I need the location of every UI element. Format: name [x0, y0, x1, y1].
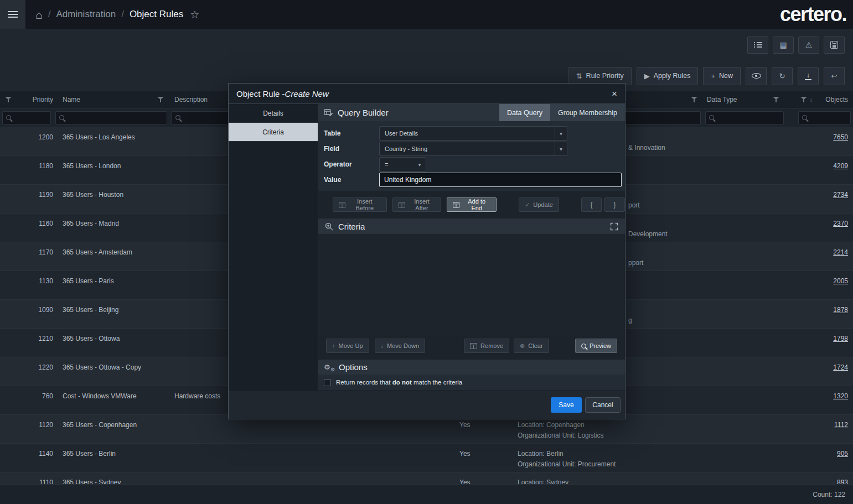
insert-after-button[interactable]: Insert After	[392, 198, 442, 212]
move-up-button[interactable]: ↑ Move Up	[326, 339, 369, 353]
not-match-checkbox[interactable]	[324, 379, 331, 386]
objects-link[interactable]: 1724	[833, 363, 848, 371]
arrow-down-icon: ↓	[381, 342, 384, 349]
criteria-header: Criteria	[318, 219, 625, 234]
row-data-type	[703, 329, 786, 357]
value-input[interactable]	[379, 173, 622, 187]
cancel-button[interactable]: Cancel	[585, 397, 621, 413]
column-header-data-type[interactable]: Data Type	[707, 96, 737, 103]
row-priority: 1120	[17, 415, 53, 443]
table-dropdown-value: User Details	[385, 130, 418, 137]
row-gutter	[0, 185, 17, 213]
save-button[interactable]: Save	[551, 397, 582, 413]
row-priority: 1200	[17, 127, 53, 155]
objects-link[interactable]: 1798	[833, 335, 848, 342]
rule-priority-button[interactable]: ⇅ Rule Priority	[568, 67, 632, 85]
sort-updown-icon: ⇅	[576, 72, 582, 80]
filter-icon[interactable]	[691, 97, 697, 102]
objects-link[interactable]: 905	[837, 450, 848, 458]
row-priority: 1170	[17, 242, 53, 271]
objects-link[interactable]: 2370	[833, 220, 848, 227]
priority-filter[interactable]	[2, 111, 51, 124]
move-up-label: Move Up	[339, 342, 363, 349]
table-dropdown[interactable]: User Details ▾	[379, 126, 567, 141]
favorite-star-icon[interactable]: ☆	[190, 8, 199, 21]
objects-filter[interactable]	[798, 111, 851, 124]
save-icon	[830, 41, 838, 49]
breadcrumb-section[interactable]: Administration	[56, 9, 116, 20]
objects-link[interactable]: 1878	[833, 306, 848, 314]
add-to-end-label: Add to End	[463, 198, 490, 211]
export-button[interactable]: ↓	[798, 67, 819, 85]
home-icon[interactable]: ⌂	[35, 9, 43, 20]
query-builder-actions: Insert Before Insert After Add to End ✓ …	[318, 195, 625, 214]
query-builder-icon	[324, 108, 333, 117]
tab-details[interactable]: Details	[229, 104, 318, 123]
objects-link[interactable]: 2005	[833, 277, 848, 285]
modal-body: Details Criteria Query Builder Data Quer…	[229, 104, 625, 391]
clear-circle-icon: ⊗	[520, 342, 525, 350]
preview-button[interactable]: Preview	[575, 339, 617, 353]
clear-button[interactable]: ⊗ Clear	[514, 339, 549, 353]
grid-view-button[interactable]: ▦	[773, 37, 794, 54]
column-header-priority[interactable]: Priority	[33, 96, 53, 103]
options-title: Options	[339, 362, 368, 372]
objects-link[interactable]: 4209	[833, 162, 848, 170]
filter-input[interactable]	[810, 115, 847, 121]
app-root: ⌂ / Administration / Object Rules ☆ cert…	[0, 0, 853, 504]
table-row[interactable]: 1110365 Users - SydneyYesLocation: Sydne…	[0, 472, 853, 484]
operator-select[interactable]: = ▾	[379, 157, 426, 172]
objects-link[interactable]: 893	[837, 479, 848, 484]
column-header-name[interactable]: Name	[63, 96, 80, 103]
update-button[interactable]: ✓ Update	[519, 198, 559, 212]
tab-data-query[interactable]: Data Query	[499, 104, 550, 121]
row-gutter	[0, 271, 17, 299]
objects-link[interactable]: 1112	[834, 421, 848, 429]
open-brace-button[interactable]: {	[581, 198, 602, 212]
breadcrumb: ⌂ / Administration / Object Rules ☆	[35, 8, 199, 21]
new-button[interactable]: + New	[703, 67, 741, 85]
column-header-objects[interactable]: Objects	[825, 96, 848, 103]
add-to-end-button[interactable]: Add to End	[447, 198, 497, 212]
filter-icon[interactable]	[5, 97, 12, 102]
warning-icon: ⚠	[805, 40, 813, 49]
row-criteria: Location: BerlinOrganizational Unit: Pro…	[513, 444, 703, 472]
breadcrumb-separator: /	[121, 9, 124, 20]
sort-descending-icon[interactable]: ↓	[809, 96, 813, 103]
filter-icon[interactable]	[773, 97, 779, 102]
data-type-filter[interactable]	[705, 111, 784, 124]
expand-icon[interactable]	[610, 222, 618, 231]
filter-icon[interactable]	[157, 97, 164, 102]
list-view-button[interactable]	[747, 37, 768, 54]
filter-input[interactable]	[717, 115, 780, 121]
criteria-list[interactable]	[318, 234, 625, 336]
apply-rules-button[interactable]: ▶ Apply Rules	[637, 67, 699, 85]
objects-link[interactable]: 2734	[833, 191, 848, 199]
objects-link[interactable]: 7650	[833, 133, 848, 141]
undo-button[interactable]: ↩	[824, 67, 845, 85]
alerts-button[interactable]: ⚠	[798, 37, 819, 54]
modal-title: Object Rule -	[236, 89, 285, 98]
name-filter[interactable]	[55, 111, 167, 124]
column-header-description[interactable]: Description	[174, 96, 208, 103]
tab-criteria[interactable]: Criteria	[229, 123, 318, 142]
table-field-label: Table	[324, 129, 379, 137]
field-dropdown[interactable]: Country - String ▾	[379, 142, 567, 156]
remove-button[interactable]: Remove	[464, 339, 509, 353]
save-view-button[interactable]	[824, 37, 845, 54]
tab-group-membership[interactable]: Group Membership	[550, 104, 625, 121]
close-icon[interactable]: ×	[612, 89, 617, 98]
toggle-visibility-button[interactable]	[746, 67, 767, 85]
table-row[interactable]: 1140365 Users - BerlinYesLocation: Berli…	[0, 444, 853, 472]
objects-link[interactable]: 2214	[833, 248, 848, 256]
move-down-button[interactable]: ↓ Move Down	[375, 339, 426, 353]
objects-link[interactable]: 1320	[833, 392, 848, 400]
filter-input[interactable]	[68, 115, 163, 121]
close-brace-button[interactable]: }	[604, 198, 625, 212]
insert-before-button[interactable]: Insert Before	[333, 198, 387, 212]
menu-button[interactable]	[0, 0, 25, 29]
row-gutter	[0, 357, 17, 386]
filter-icon[interactable]	[800, 97, 807, 102]
filter-input[interactable]	[14, 115, 47, 121]
refresh-button[interactable]: ↻	[772, 67, 793, 85]
